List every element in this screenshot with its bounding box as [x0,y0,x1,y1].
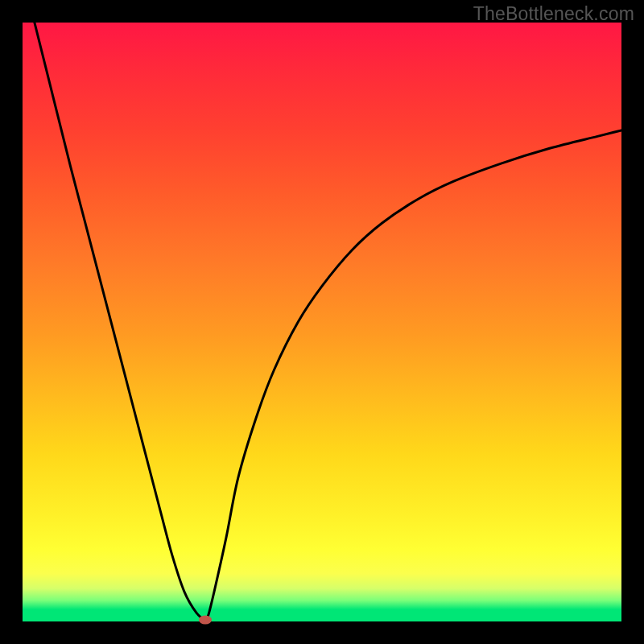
chart-frame: TheBottleneck.com [0,0,644,644]
bottleneck-curve [23,23,621,621]
minimum-marker-dot [199,615,212,624]
plot-area [23,23,621,621]
watermark-text: TheBottleneck.com [473,3,634,25]
